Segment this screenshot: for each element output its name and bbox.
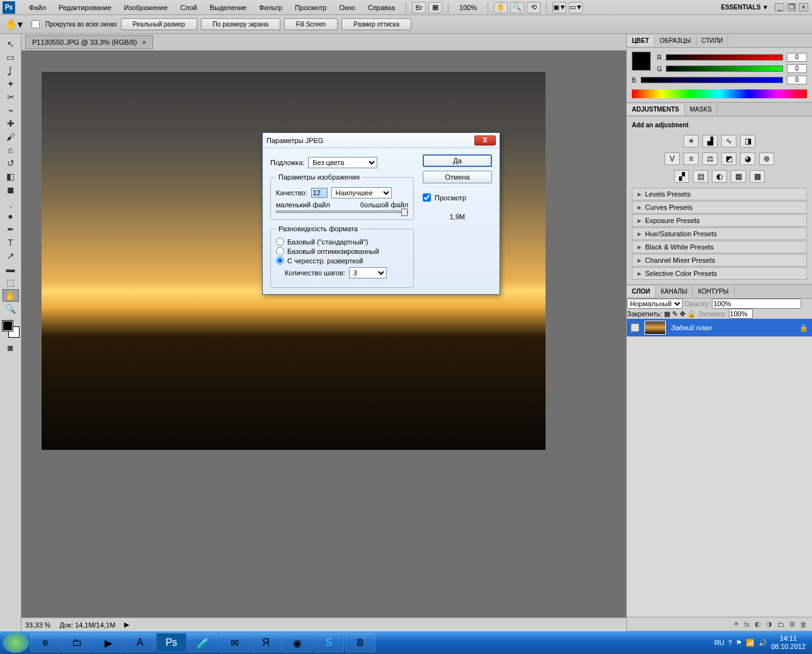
quality-select[interactable]: Наилучшее	[331, 187, 392, 198]
adj-layer-icon[interactable]: ◑	[766, 620, 772, 628]
arrange-button[interactable]: ▣▼	[552, 2, 566, 13]
taskbar-photoshop[interactable]: Ps	[156, 633, 186, 652]
adj-mixer-icon[interactable]: ⊕	[759, 152, 774, 165]
tray-icon[interactable]: ?	[728, 639, 732, 646]
adj-exposure-icon[interactable]: ◨	[740, 135, 755, 147]
lock-move-icon[interactable]: ✥	[680, 310, 685, 318]
shape-tool[interactable]: ▬	[3, 263, 19, 275]
adj-gradmap-icon[interactable]: ▦	[731, 170, 746, 183]
actual-pixels-button[interactable]: Реальный размер	[121, 18, 197, 30]
document-tab[interactable]: P1130550.JPG @ 33,3% (RGB/8) ×	[25, 35, 153, 49]
scroll-all-checkbox[interactable]	[31, 20, 40, 28]
tray-vol-icon[interactable]: 🔊	[758, 639, 767, 647]
gradient-tool[interactable]: ◼	[3, 183, 19, 196]
extras-button[interactable]: ▦	[428, 2, 442, 13]
zoom-level[interactable]: 33,33 %	[25, 621, 50, 629]
layer-thumbnail[interactable]	[644, 321, 666, 335]
zoom-icon[interactable]: 🔍	[510, 2, 524, 13]
taskbar-explorer[interactable]: 🗀	[62, 633, 92, 652]
tab-paths[interactable]: КОНТУРЫ	[693, 286, 735, 297]
workspace-switcher[interactable]: ESSENTIALS ▼	[716, 3, 774, 12]
blur-tool[interactable]: ˏ	[3, 197, 19, 209]
color-swatch[interactable]	[3, 321, 19, 337]
doc-close-icon[interactable]: ×	[142, 38, 146, 46]
new-layer-icon[interactable]: ⊞	[789, 620, 795, 628]
crop-tool[interactable]: ✂	[3, 91, 19, 103]
zoom-select[interactable]: 100%	[453, 1, 483, 14]
dodge-tool[interactable]: ●	[3, 210, 19, 222]
g-slider[interactable]	[666, 66, 783, 72]
layer-background[interactable]: Задний план 🔒	[627, 319, 812, 336]
menu-help[interactable]: Справка	[362, 1, 401, 14]
print-size-button[interactable]: Размер оттиска	[341, 18, 411, 30]
preset-bw[interactable]: ▶Black & White Presets	[632, 241, 807, 253]
format-baseline[interactable]: Базовый ("стандартный")	[276, 238, 408, 246]
ps-logo[interactable]: Ps	[3, 1, 15, 14]
adj-brightness-icon[interactable]: ☀	[683, 135, 699, 147]
scans-select[interactable]: 3	[349, 267, 387, 278]
tab-channels[interactable]: КАНАЛЫ	[656, 286, 693, 297]
adj-levels-icon[interactable]: ▟	[702, 135, 718, 147]
tab-adjustments[interactable]: ADJUSTMENTS	[627, 104, 685, 115]
tab-styles[interactable]: СТИЛИ	[697, 35, 729, 46]
menu-file[interactable]: Файл	[23, 1, 52, 14]
b-slider[interactable]	[641, 77, 783, 83]
fill-field[interactable]	[729, 309, 753, 319]
preset-curves[interactable]: ▶Curves Presets	[632, 201, 807, 214]
start-button[interactable]	[3, 633, 29, 653]
lasso-tool[interactable]: ʆ	[3, 64, 19, 77]
marquee-tool[interactable]: ▭	[3, 51, 19, 64]
doc-info-arrow[interactable]: ▶	[124, 621, 129, 629]
lock-trans-icon[interactable]: ▦	[664, 310, 670, 318]
blend-mode[interactable]: Нормальный	[627, 299, 683, 309]
menu-view[interactable]: Просмотр	[289, 1, 333, 14]
menu-select[interactable]: Выделение	[203, 1, 253, 14]
menu-layer[interactable]: Слой	[174, 1, 203, 14]
fx-icon[interactable]: fx	[744, 621, 750, 628]
preview-checkbox[interactable]: Просмотр	[423, 193, 492, 202]
fit-screen-button[interactable]: По размеру экрана	[201, 18, 280, 30]
heal-tool[interactable]: ✚	[3, 117, 19, 130]
adj-photo-icon[interactable]: ◕	[740, 152, 755, 165]
adj-poster-icon[interactable]: ▤	[693, 170, 708, 183]
lang-indicator[interactable]: RU	[714, 639, 724, 646]
bridge-button[interactable]: Br	[412, 2, 426, 13]
eyedropper-tool[interactable]: ⌁	[3, 104, 19, 117]
tab-color[interactable]: ЦВЕТ	[627, 35, 655, 46]
menu-image[interactable]: Изображение	[118, 1, 174, 14]
layer-visibility-icon[interactable]	[631, 323, 639, 332]
taskbar-mail[interactable]: ✉	[219, 633, 249, 652]
adj-bw-icon[interactable]: ◩	[721, 152, 736, 165]
delete-layer-icon[interactable]: 🗑	[800, 621, 807, 628]
adj-vibrance-icon[interactable]: V	[665, 152, 680, 165]
color-foreground[interactable]	[632, 52, 651, 71]
win-close[interactable]: ×	[799, 3, 808, 11]
menu-filter[interactable]: Фильтр	[253, 1, 289, 14]
preset-selcol[interactable]: ▶Selective Color Presets	[632, 267, 807, 280]
hand-tool[interactable]: ✋	[3, 289, 19, 302]
spectrum-bar[interactable]	[632, 89, 807, 98]
preset-exposure[interactable]: ▶Exposure Presets	[632, 214, 807, 227]
screen-mode-button[interactable]: ▭▼	[569, 2, 583, 13]
taskbar-ie[interactable]: e	[30, 633, 60, 652]
adj-balance-icon[interactable]: ⚖	[702, 152, 718, 165]
hand-icon[interactable]: ✋	[494, 2, 508, 13]
r-slider[interactable]	[666, 54, 783, 60]
matte-select[interactable]: Без цвета	[308, 157, 377, 168]
group-icon[interactable]: 🗀	[777, 621, 784, 628]
opacity-field[interactable]	[712, 299, 801, 309]
taskbar-app3[interactable]: 🗎	[345, 633, 375, 652]
mask-icon[interactable]: ◐	[755, 620, 761, 628]
quality-input[interactable]	[311, 188, 328, 198]
clock[interactable]: 14:1108.10.2012	[771, 634, 806, 651]
pen-tool[interactable]: ✒	[3, 223, 19, 236]
tray-icon2[interactable]: ⚑	[736, 639, 742, 647]
menu-edit[interactable]: Редактирование	[52, 1, 118, 14]
ok-button[interactable]: Да	[423, 154, 492, 167]
taskbar-chrome[interactable]: ◉	[282, 633, 312, 652]
format-optimized[interactable]: Базовый оптимизированный	[276, 247, 408, 255]
preset-levels[interactable]: ▶Levels Presets	[632, 188, 807, 200]
preset-hue[interactable]: ▶Hue/Saturation Presets	[632, 227, 807, 240]
move-tool[interactable]: ↖	[3, 38, 19, 50]
menu-window[interactable]: Окно	[333, 1, 362, 14]
